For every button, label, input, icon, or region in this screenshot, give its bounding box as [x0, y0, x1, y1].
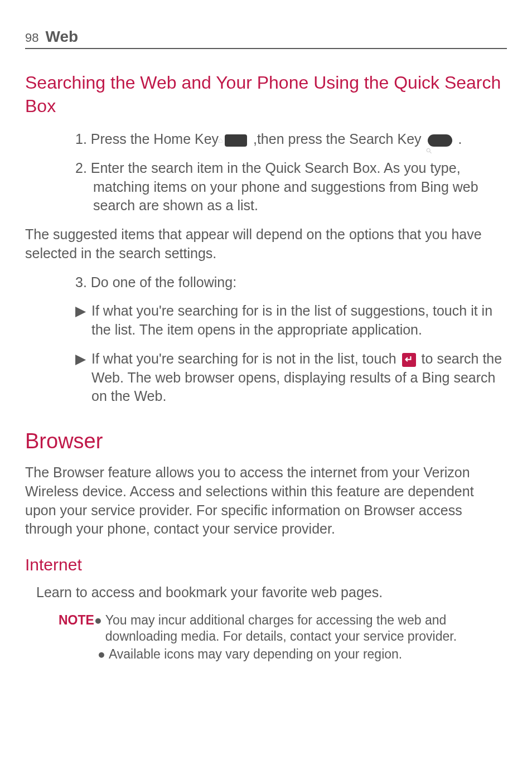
bullet-2-text-pre: If what you're searching for is not in t…: [91, 351, 400, 366]
step-2: 2. Enter the search item in the Quick Se…: [75, 159, 507, 215]
step-1: 1. Press the Home Key ,then press the Se…: [75, 130, 507, 149]
step-3: 3. Do one of the following:: [75, 273, 507, 292]
step-1-text-end: .: [454, 131, 462, 147]
note-bullet-icon: ●: [94, 612, 102, 645]
bullet-2-text-wrap: If what you're searching for is not in t…: [91, 350, 507, 406]
internet-intro-para: Learn to access and bookmark your favori…: [25, 583, 507, 602]
step-list-2: 3. Do one of the following:: [25, 273, 507, 292]
enter-key-icon: [402, 353, 416, 367]
browser-intro-para: The Browser feature allows you to access…: [25, 463, 507, 539]
note-block: NOTE ● You may incur additional charges …: [25, 612, 507, 662]
step-1-text-pre: 1. Press the: [75, 131, 153, 147]
section-title: Web: [45, 28, 78, 46]
note-row-2: ● Available icons may vary depending on …: [98, 646, 507, 662]
bullet-1-text: If what you're searching for is in the l…: [91, 302, 507, 340]
step-list-1: 1. Press the Home Key ,then press the Se…: [25, 130, 507, 215]
heading-browser: Browser: [25, 429, 507, 453]
note-row-1: NOTE ● You may incur additional charges …: [98, 612, 507, 645]
bullet-list: ▶ If what you're searching for is in the…: [25, 302, 507, 406]
note-1-text: You may incur additional charges for acc…: [105, 612, 507, 645]
search-key-label: Search Key: [349, 131, 425, 147]
bullet-item-1: ▶ If what you're searching for is in the…: [75, 302, 507, 340]
triangle-bullet-icon: ▶: [75, 350, 86, 406]
bullet-item-2: ▶ If what you're searching for is not in…: [75, 350, 507, 406]
home-key-icon: [225, 134, 247, 147]
note-2-text: Available icons may vary depending on yo…: [109, 646, 402, 662]
note-label: NOTE: [59, 612, 94, 645]
heading-internet: Internet: [25, 555, 507, 574]
page-number: 98: [25, 31, 38, 45]
step-1-text-mid: ,then press the: [249, 131, 349, 147]
triangle-bullet-icon: ▶: [75, 302, 86, 340]
page-header: 98 Web: [25, 28, 507, 49]
suggested-items-para: The suggested items that appear will dep…: [25, 225, 507, 263]
heading-quick-search: Searching the Web and Your Phone Using t…: [25, 71, 507, 118]
note-bullet-icon: ●: [98, 646, 105, 662]
search-key-icon: [428, 134, 452, 147]
home-key-label: Home Key: [153, 131, 223, 147]
